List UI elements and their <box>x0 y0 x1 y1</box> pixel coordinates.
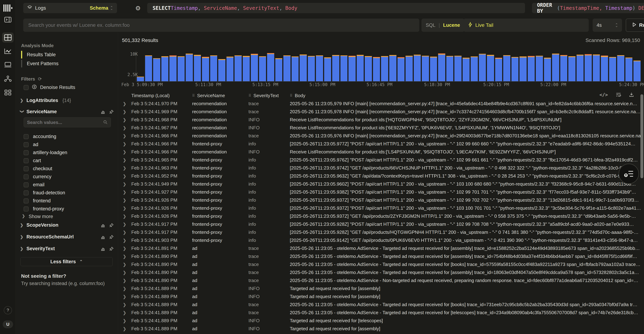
histogram-bar[interactable] <box>357 55 364 81</box>
histogram-bar[interactable] <box>275 58 282 81</box>
table-row[interactable]: ❯Feb 3 5:24:41.890 PMadtrace2025-05-26 1… <box>118 268 640 277</box>
histogram-bar[interactable] <box>422 56 429 81</box>
histogram-bar[interactable] <box>145 55 152 81</box>
pin-icon[interactable] <box>109 235 114 239</box>
histogram-bar[interactable] <box>365 56 372 81</box>
histogram-bar[interactable] <box>161 56 168 81</box>
table-row[interactable]: ❯Feb 3 5:24:41.963 PMfrontend-proxyinfo[… <box>118 164 640 172</box>
checkbox[interactable] <box>24 190 28 195</box>
histogram-bar[interactable] <box>316 55 323 81</box>
histogram-bar[interactable] <box>471 56 478 81</box>
histogram-bar[interactable] <box>210 55 217 81</box>
user-avatar[interactable]: U <box>0 321 16 328</box>
help-button[interactable]: ? <box>0 306 16 314</box>
service-filter-frontend-proxy[interactable]: frontend-proxy <box>24 205 113 213</box>
sql-toggle[interactable]: SQL <box>426 22 436 28</box>
expand-row-icon[interactable]: ❯ <box>123 238 126 243</box>
histogram-bar[interactable] <box>609 57 616 81</box>
histogram-bar[interactable] <box>634 61 640 81</box>
drag-handle-icon[interactable]: ⠿ <box>192 93 195 98</box>
refresh-interval-select[interactable]: 4s ⌃⌄ <box>593 18 622 32</box>
table-row[interactable]: ❯Feb 3 5:24:41.890 PMadtrace2025-05-26 1… <box>118 252 640 260</box>
histogram-bar[interactable] <box>528 56 535 81</box>
mode-event-patterns[interactable]: Event Patterns <box>21 60 58 67</box>
feedback-fab[interactable] <box>618 164 639 184</box>
expand-row-icon[interactable]: ❯ <box>123 198 126 203</box>
facet-value-search-input[interactable] <box>24 117 111 127</box>
expand-row-icon[interactable]: ❯ <box>123 246 126 251</box>
histogram-bar[interactable] <box>137 77 144 81</box>
code-icon[interactable]: </> <box>600 92 608 98</box>
table-row[interactable]: ❯Feb 3 5:24:41.890 PMadtrace2025-05-26 1… <box>118 260 640 268</box>
wrap-lines-icon[interactable] <box>616 92 621 98</box>
checkbox[interactable] <box>24 206 28 211</box>
app-logo[interactable] <box>0 4 16 12</box>
drag-handle-icon[interactable]: ⠿ <box>248 93 251 98</box>
expand-row-icon[interactable]: ❯ <box>123 173 126 179</box>
histogram-bar[interactable] <box>584 54 592 81</box>
nav-sessions[interactable] <box>0 61 16 68</box>
histogram-bar[interactable] <box>202 57 209 81</box>
histogram-bar[interactable] <box>332 55 339 81</box>
nav-dashboards[interactable] <box>0 89 16 96</box>
histogram-bar[interactable] <box>218 59 226 81</box>
table-row[interactable]: ❯Feb 3 5:24:41.891 PMadtrace2025-05-26 1… <box>118 244 640 252</box>
source-selector[interactable]: Logs Schema ⌃⌄ <box>23 3 117 13</box>
histogram-bar[interactable] <box>593 54 600 81</box>
col-timestamp[interactable]: Timestamp (Local) <box>131 93 192 98</box>
table-row[interactable]: ❯Feb 3 5:24:41.966 PMrecommendationINFOR… <box>118 148 640 156</box>
search-input[interactable] <box>23 18 419 32</box>
histogram-bar[interactable] <box>446 56 454 81</box>
checkbox[interactable] <box>24 142 28 147</box>
col-body[interactable]: ⠿ Body <box>290 93 644 98</box>
expand-row-icon[interactable]: ❯ <box>123 254 126 259</box>
histogram-bar[interactable] <box>520 56 527 81</box>
expand-row-icon[interactable]: ❯ <box>123 326 126 331</box>
histogram-bar[interactable] <box>626 57 632 81</box>
table-row[interactable]: ❯Feb 3 5:24:41.889 PMadINFOTargeted ad r… <box>118 325 640 333</box>
histogram-bar[interactable] <box>251 54 258 81</box>
bar-chart-icon[interactable] <box>100 235 105 239</box>
facet-log-attributes[interactable]: ❯ LogAttributes {14} <box>20 98 114 103</box>
histogram-bar[interactable] <box>576 55 584 81</box>
table-row[interactable]: ❯Feb 3 5:24:41.968 PMrecommendationINFOR… <box>118 116 640 124</box>
facet-resourceschemaurl[interactable]: ❯ResourceSchemaUrl <box>20 234 114 240</box>
histogram-bar[interactable] <box>560 55 568 81</box>
histogram-bar[interactable] <box>234 55 242 81</box>
expand-row-icon[interactable]: ❯ <box>123 117 126 122</box>
expand-row-icon[interactable]: ❯ <box>123 278 126 283</box>
table-row[interactable]: ❯Feb 3 5:24:41.889 PMadINFOTargeted ad r… <box>118 293 640 301</box>
histogram-bar[interactable] <box>243 56 250 81</box>
histogram-bar[interactable] <box>389 55 396 81</box>
expand-row-icon[interactable]: ❯ <box>123 158 126 163</box>
histogram-bar[interactable] <box>462 58 470 81</box>
facet-scopeversion[interactable]: ❯ScopeVersion <box>20 222 114 228</box>
expand-row-icon[interactable]: ❯ <box>123 230 126 235</box>
expand-row-icon[interactable]: ❯ <box>123 190 126 195</box>
table-row[interactable]: ❯Feb 3 5:24:41.889 PMadINFOTargeted ad r… <box>118 317 640 325</box>
histogram-bar[interactable] <box>259 56 266 81</box>
pin-icon[interactable] <box>109 223 114 228</box>
histogram-bar[interactable] <box>601 56 608 81</box>
histogram-bar[interactable] <box>544 58 551 81</box>
histogram-bar[interactable] <box>381 56 388 81</box>
histogram-bar[interactable] <box>479 54 486 81</box>
expand-row-icon[interactable]: ❯ <box>123 286 126 291</box>
histogram-bar[interactable] <box>373 57 380 81</box>
histogram-bar[interactable] <box>178 56 185 81</box>
col-servicename[interactable]: ⠿ ServiceName <box>192 93 248 98</box>
service-filter-checkout[interactable]: checkout <box>24 165 113 173</box>
expand-row-icon[interactable]: ❯ <box>123 125 126 130</box>
table-row[interactable]: ❯Feb 3 5:24:41.927 PMfrontend-proxyinfo[… <box>118 188 640 196</box>
expand-row-icon[interactable]: ❯ <box>123 133 126 139</box>
col-severitytext[interactable]: ⠿ SeverityText <box>248 93 290 98</box>
table-row[interactable]: ❯Feb 3 5:24:41.967 PMrecommendationINFOR… <box>118 124 640 132</box>
histogram-bar[interactable] <box>283 55 290 81</box>
scrollbar-thumb[interactable] <box>640 94 643 178</box>
checkbox[interactable] <box>24 150 28 155</box>
table-row[interactable]: ❯Feb 3 5:24:41.890 PMadtrace2025-05-26 1… <box>118 277 640 285</box>
service-filter-artillery-loadgen[interactable]: artillery-loadgen <box>24 149 113 157</box>
expand-row-icon[interactable]: ❯ <box>123 150 126 155</box>
table-row[interactable]: ❯Feb 3 5:24:41.966 PMfrontend-proxyinfo[… <box>118 140 640 148</box>
expand-row-icon[interactable]: ❯ <box>123 294 126 299</box>
